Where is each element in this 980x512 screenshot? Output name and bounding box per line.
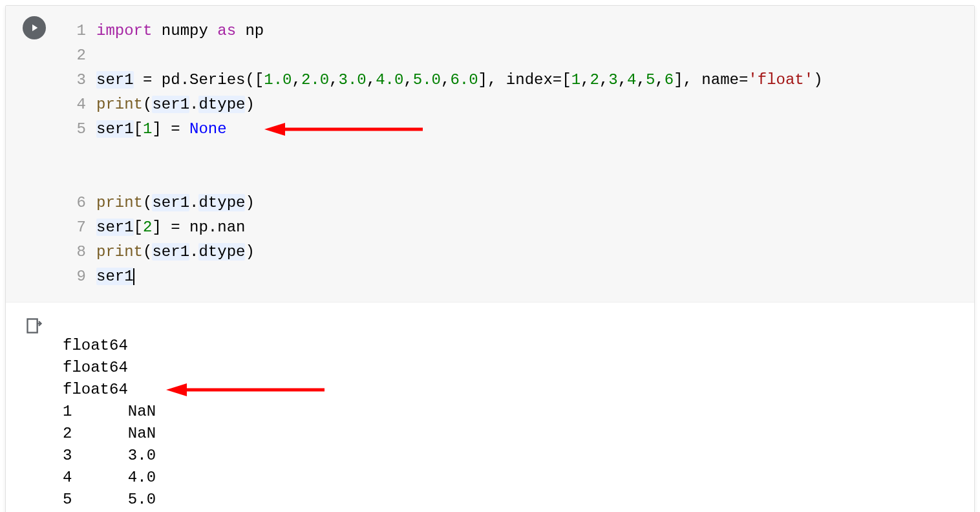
code-input-area[interactable]: 1 import numpy as np 2 3 ser1 = pd.Serie… [6, 6, 974, 303]
code-line: 4 print(ser1.dtype) [63, 92, 968, 117]
code-editor[interactable]: 1 import numpy as np 2 3 ser1 = pd.Serie… [63, 6, 974, 302]
output-line: float64 [63, 359, 128, 376]
notebook-cell: 1 import numpy as np 2 3 ser1 = pd.Serie… [5, 5, 975, 512]
line-number: 2 [63, 43, 86, 68]
code-line: 3 ser1 = pd.Series([1.0,2.0,3.0,4.0,5.0,… [63, 68, 968, 92]
line-number: 8 [63, 240, 86, 264]
line-number: 3 [63, 68, 86, 92]
annotation-arrow-icon [258, 120, 426, 139]
svg-marker-1 [264, 123, 285, 136]
line-number: 4 [63, 92, 86, 117]
run-cell-button[interactable] [23, 16, 46, 39]
line-number: 9 [63, 264, 86, 289]
output-row: 5 5.0 [63, 491, 156, 508]
code-line: 6 print(ser1.dtype) [63, 191, 968, 215]
run-gutter [6, 6, 63, 302]
output-line: float64 [63, 337, 128, 354]
output-row: 4 4.0 [63, 469, 156, 486]
code-line: 8 print(ser1.dtype) [63, 240, 968, 264]
line-number: 6 [63, 191, 86, 215]
line-number: 1 [63, 19, 86, 43]
output-line: float64 [63, 381, 128, 398]
code-line: 7 ser1[2] = np.nan [63, 215, 968, 240]
code-line: 2 [63, 43, 968, 68]
cell-output-area: float64 float64 float64 1 NaN 2 NaN 3 3.… [6, 303, 974, 512]
code-line: 9 ser1 [63, 264, 968, 289]
text-cursor [133, 268, 134, 285]
annotation-arrow-icon [160, 380, 328, 400]
output-text: float64 float64 float64 1 NaN 2 NaN 3 3.… [63, 313, 974, 512]
output-indicator-icon [25, 317, 43, 335]
output-row: 1 NaN [63, 403, 156, 420]
svg-rect-2 [28, 319, 37, 333]
line-number: 7 [63, 215, 86, 240]
play-icon [28, 22, 40, 34]
line-number: 5 [63, 117, 86, 191]
code-line: 5 ser1[1] = None [63, 117, 968, 191]
output-gutter [6, 313, 63, 512]
output-row: 3 3.0 [63, 447, 156, 464]
svg-marker-4 [166, 383, 187, 396]
output-row: 2 NaN [63, 425, 156, 442]
code-line: 1 import numpy as np [63, 19, 968, 43]
